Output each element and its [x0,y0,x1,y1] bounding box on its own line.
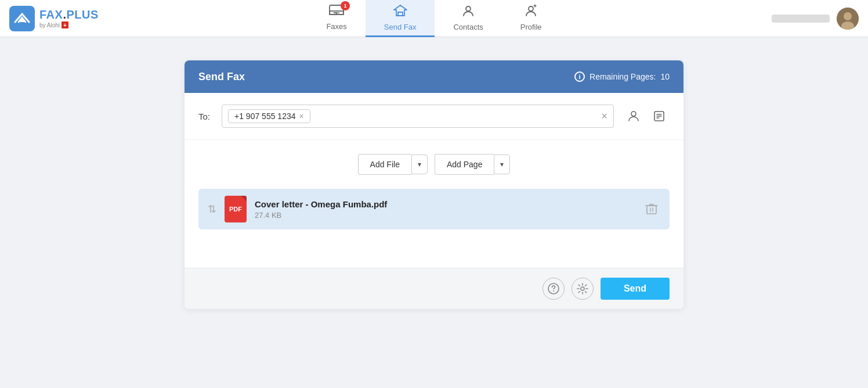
add-file-group: Add File ▾ [358,154,428,175]
file-size: 27.4 KB [255,211,635,220]
to-label: To: [198,112,212,121]
profile-tab-label: Profile [520,23,542,31]
svg-rect-10 [647,206,656,214]
phone-tag-remove-icon[interactable]: × [299,112,304,120]
card-header: Send Fax i Remaining Pages: 10 [185,60,683,93]
contacts-tab-label: Contacts [453,23,483,31]
svg-point-12 [553,290,554,292]
profile-icon [524,4,538,20]
to-input-wrapper[interactable]: +1 907 555 1234 × × [222,105,614,128]
send-fax-tab-label: Send Fax [384,23,417,31]
card-title: Send Fax [198,71,245,83]
add-page-dropdown-button[interactable]: ▾ [494,155,510,174]
file-actions: Add File ▾ Add Page ▾ [198,154,670,175]
brand-by: by Alohi [39,21,99,28]
topnav: FAX.PLUS by Alohi 1 [0,0,868,37]
send-button[interactable]: Send [601,278,670,300]
svg-point-3 [466,6,471,11]
file-item: ⇅ PDF Cover letter - Omega Fumba.pdf 27.… [198,189,670,229]
faxes-tab-label: Faxes [326,22,346,31]
phone-number: +1 907 555 1234 [234,112,296,121]
remaining-label: Remaining Pages: [589,72,656,81]
to-icons [623,106,670,127]
logo-text: FAX.PLUS by Alohi [39,8,99,28]
to-section: To: +1 907 555 1234 × × [185,93,683,140]
file-area: Add File ▾ Add Page ▾ ⇅ PDF Cover letter… [185,140,683,268]
send-fax-card: Send Fax i Remaining Pages: 10 To: +1 90… [185,60,683,309]
add-contact-button[interactable] [623,106,644,127]
nav-tab-faxes[interactable]: 1 Faxes [308,0,365,37]
add-file-button[interactable]: Add File [358,154,411,175]
info-icon[interactable]: i [574,71,585,82]
card-header-right: i Remaining Pages: 10 [574,71,670,82]
add-page-button[interactable]: Add Page [435,154,494,175]
nav-tab-send-fax[interactable]: Send Fax [366,0,435,37]
remaining-value: 10 [660,72,670,81]
to-input-clear-icon[interactable]: × [601,110,607,123]
add-file-dropdown-button[interactable]: ▾ [411,155,428,174]
drag-handle-icon[interactable]: ⇅ [208,203,216,215]
svg-point-6 [844,12,852,20]
file-delete-button[interactable] [643,200,660,218]
svg-point-13 [581,287,584,290]
logo-area: FAX.PLUS by Alohi [9,6,114,31]
faxes-badge: 1 [341,1,350,10]
svg-point-8 [631,112,636,116]
nav-tab-contacts[interactable]: Contacts [435,0,501,37]
nav-tabs: 1 Faxes Send Fax Contacts [114,0,754,37]
faxes-icon-wrapper: 1 [329,5,344,20]
user-name-blurred [772,15,830,23]
add-page-group: Add Page ▾ [435,154,511,175]
faxplus-logo-icon [9,6,35,31]
send-fax-icon [393,4,408,20]
svg-point-4 [529,6,533,11]
help-button[interactable] [542,278,565,300]
pdf-icon: PDF [225,196,247,222]
contacts-icon [461,4,475,20]
swiss-flag-icon [62,21,68,28]
file-name: Cover letter - Omega Fumba.pdf [255,199,635,209]
card-footer: Send [185,268,683,309]
main-content: Send Fax i Remaining Pages: 10 To: +1 90… [0,37,868,332]
file-info: Cover letter - Omega Fumba.pdf 27.4 KB [255,199,635,220]
brand-name: FAX.PLUS [39,8,99,21]
settings-button[interactable] [572,278,594,300]
nav-tab-profile[interactable]: Profile [502,0,560,37]
phone-tag: +1 907 555 1234 × [228,109,310,123]
add-note-button[interactable] [649,106,670,127]
nav-right [754,8,859,30]
avatar[interactable] [837,8,859,30]
